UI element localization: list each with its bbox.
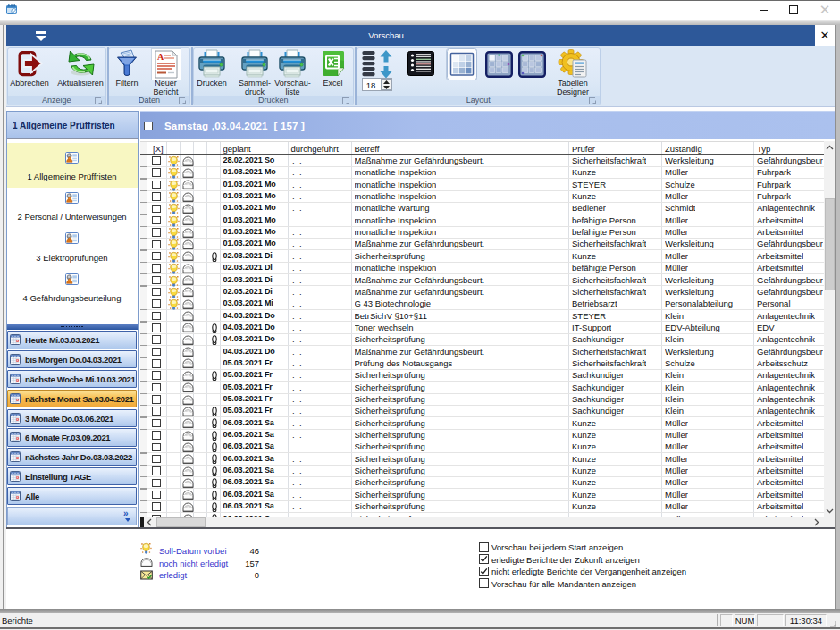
svg-text:A: A [157, 52, 164, 62]
